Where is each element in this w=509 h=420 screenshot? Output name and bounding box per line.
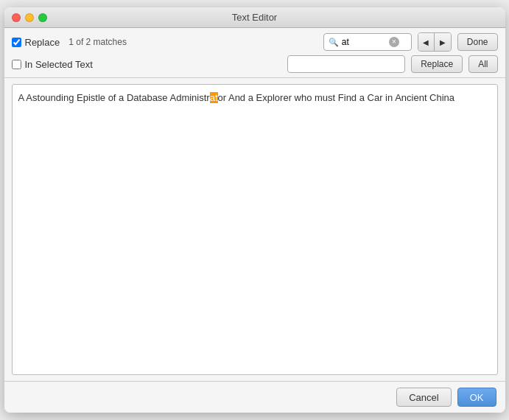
in-selected-text-text: In Selected Text [25, 59, 93, 70]
replace-checkbox-label[interactable]: Replace [12, 37, 60, 48]
prev-match-button[interactable]: ◀ [418, 33, 435, 51]
in-selected-text-label[interactable]: In Selected Text [12, 59, 93, 70]
replace-checkbox[interactable] [12, 38, 21, 47]
search-input[interactable] [342, 37, 386, 47]
editor-area[interactable]: A Astounding Epistle of a Database Admin… [12, 84, 498, 375]
in-selected-text-checkbox[interactable] [12, 60, 21, 69]
done-button[interactable]: Done [457, 33, 498, 51]
replace-input[interactable] [287, 55, 405, 73]
replace-controls: Replace All [287, 55, 497, 73]
window-title: Text Editor [232, 12, 277, 23]
replace-all-button[interactable]: All [468, 55, 497, 73]
nav-buttons: ◀ ▶ [418, 32, 452, 52]
toolbar-row-1: Replace 1 of 2 matches 🔍 × ◀ ▶ Done [12, 32, 498, 52]
window-controls [12, 13, 47, 22]
match-info: 1 of 2 matches [69, 37, 127, 47]
search-controls: 🔍 × ◀ ▶ Done [323, 32, 498, 52]
maximize-button[interactable] [38, 13, 47, 22]
close-button[interactable] [12, 13, 21, 22]
search-box[interactable]: 🔍 × [323, 33, 412, 51]
main-window: Text Editor Replace 1 of 2 matches 🔍 × ◀… [4, 7, 505, 413]
clear-search-button[interactable]: × [389, 37, 399, 47]
replace-button[interactable]: Replace [411, 55, 463, 73]
cancel-button[interactable]: Cancel [396, 388, 451, 407]
current-match: at [210, 92, 218, 103]
toolbar: Replace 1 of 2 matches 🔍 × ◀ ▶ Done [4, 28, 505, 78]
toolbar-row-2: In Selected Text Replace All [12, 55, 498, 73]
bottom-bar: Cancel OK [4, 381, 505, 413]
replace-label: Replace [25, 37, 60, 48]
ok-button[interactable]: OK [457, 388, 496, 407]
minimize-button[interactable] [25, 13, 34, 22]
next-match-button[interactable]: ▶ [435, 33, 451, 51]
search-icon: 🔍 [329, 38, 339, 47]
editor-content: A Astounding Epistle of a Database Admin… [18, 91, 491, 105]
title-bar: Text Editor [4, 7, 505, 28]
